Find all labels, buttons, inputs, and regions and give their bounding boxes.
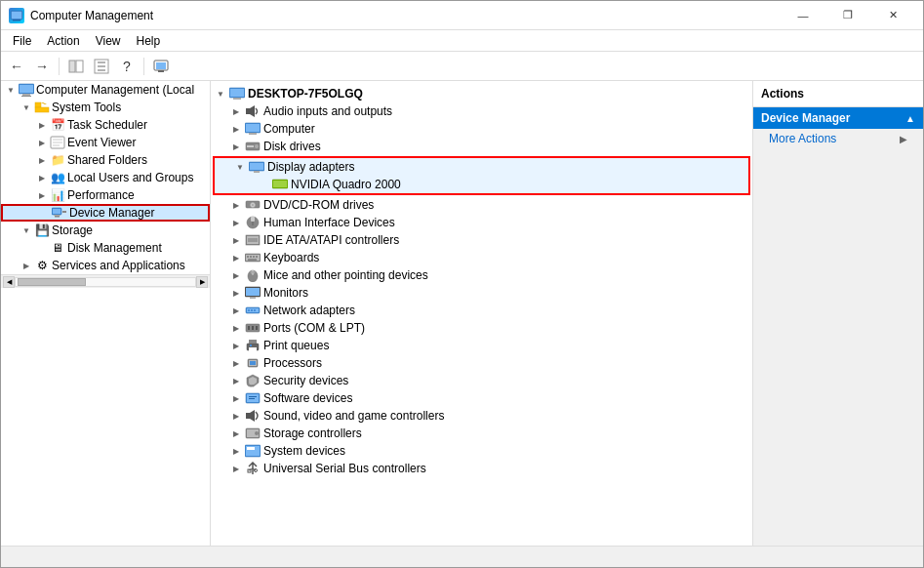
device-print[interactable]: ▶ Print queues	[211, 337, 752, 354]
computer-icon	[19, 82, 34, 98]
tree-device-manager[interactable]: Device Manager	[1, 204, 210, 222]
menu-action[interactable]: Action	[39, 32, 87, 50]
show-hide-button[interactable]	[64, 56, 88, 77]
action-section-header[interactable]: Device Manager ▲	[753, 107, 923, 129]
device-ide[interactable]: ▶ IDE ATA/ATAPI controllers	[211, 231, 752, 249]
svg-rect-93	[247, 447, 255, 450]
svg-rect-59	[248, 259, 257, 261]
scroll-thumb[interactable]	[18, 278, 86, 286]
device-security[interactable]: ▶ Security devices	[211, 372, 752, 389]
tree-performance[interactable]: 📊 Performance	[1, 186, 210, 204]
svg-marker-18	[41, 102, 47, 104]
menu-file[interactable]: File	[5, 32, 39, 50]
svg-rect-56	[250, 256, 252, 258]
scroll-left-btn[interactable]: ◀	[3, 276, 15, 288]
device-system[interactable]: ▶ System devices	[211, 442, 752, 460]
device-display-adapters[interactable]: ▼ Display adapters	[215, 158, 748, 176]
device-processors[interactable]: ▶ Processors	[211, 354, 752, 372]
device-mice[interactable]: ▶ Mice and other pointing devices	[211, 266, 752, 284]
more-actions-item[interactable]: More Actions ▶	[753, 129, 923, 148]
svg-rect-15	[21, 96, 31, 97]
device-software[interactable]: ▶ Software devices	[211, 389, 752, 407]
software-label: Software devices	[263, 391, 352, 405]
keyboards-expand: ▶	[230, 254, 242, 263]
disk-management-label: Disk Management	[67, 241, 162, 255]
device-hid[interactable]: ▶ Human Interface Devices	[211, 214, 752, 231]
svg-rect-11	[158, 70, 164, 72]
tree-local-users[interactable]: 👥 Local Users and Groups	[1, 169, 210, 186]
computer-expand: ▶	[230, 125, 242, 134]
tree-task-scheduler[interactable]: 📅 Task Scheduler	[1, 116, 210, 134]
device-keyboards[interactable]: ▶ Keyboards	[211, 249, 752, 266]
svg-rect-57	[253, 256, 255, 258]
minimize-button[interactable]: —	[781, 1, 825, 30]
svg-rect-35	[249, 133, 257, 135]
device-storage-ctrl[interactable]: ▶ Storage controllers	[211, 425, 752, 442]
device-computer[interactable]: ▶ Computer	[211, 120, 752, 138]
help-button[interactable]: ?	[115, 56, 139, 77]
monitor-button[interactable]	[149, 56, 173, 77]
device-usb[interactable]: ▶ Universal Serial Bus controllers	[211, 460, 752, 477]
network-label: Network adapters	[263, 304, 355, 317]
tree-storage[interactable]: 💾 Storage	[1, 222, 210, 239]
forward-button[interactable]: →	[30, 56, 54, 77]
device-sound[interactable]: ▶ Sound, video and game controllers	[211, 407, 752, 425]
menu-help[interactable]: Help	[129, 32, 169, 50]
hid-expand: ▶	[230, 219, 242, 227]
users-icon: 👥	[50, 170, 65, 185]
desktop-icon	[229, 86, 245, 101]
ports-label: Ports (COM & LPT)	[263, 321, 365, 335]
svg-rect-58	[256, 256, 258, 258]
svg-rect-41	[254, 171, 260, 173]
disk-icon	[245, 139, 261, 154]
svg-rect-26	[54, 215, 60, 216]
svg-rect-48	[251, 217, 255, 222]
device-disk[interactable]: ▶ Disk drives	[211, 138, 752, 155]
svg-rect-30	[233, 98, 241, 100]
device-monitors[interactable]: ▶ Monitors	[211, 284, 752, 302]
left-scrollbar[interactable]: ◀ ▶	[1, 274, 210, 288]
device-audio[interactable]: ▶ Audio inputs and outputs	[211, 102, 752, 120]
tree-event-viewer[interactable]: Event Viewer	[1, 134, 210, 151]
svg-rect-17	[35, 107, 49, 112]
tree-button[interactable]	[90, 56, 113, 77]
tree-services[interactable]: ⚙ Services and Applications	[1, 257, 210, 274]
ide-icon	[245, 232, 261, 248]
monitors-expand: ▶	[230, 289, 242, 298]
svg-rect-85	[249, 398, 255, 399]
storage-ctrl-label: Storage controllers	[263, 426, 362, 440]
keyboard-icon	[245, 250, 261, 265]
toolbar: ← → ?	[1, 52, 923, 81]
device-ports[interactable]: ▶ Ports (COM & LPT)	[211, 319, 752, 337]
display-adapters-label: Display adapters	[267, 160, 354, 174]
root-expand-arrow	[5, 84, 17, 96]
device-network[interactable]: ▶ Network adapters	[211, 302, 752, 319]
dvd-expand: ▶	[230, 201, 242, 210]
event-icon	[50, 135, 65, 150]
device-nvidia[interactable]: NVIDIA Quadro 2000	[215, 176, 748, 193]
tree-shared-folders[interactable]: 📁 Shared Folders	[1, 151, 210, 169]
status-bar	[1, 546, 923, 567]
svg-rect-24	[53, 209, 60, 214]
storage-ctrl-icon	[245, 426, 261, 441]
shared-folders-arrow	[36, 154, 48, 166]
close-button[interactable]: ✕	[870, 1, 915, 30]
menu-view[interactable]: View	[88, 32, 129, 50]
tree-system-tools[interactable]: System Tools	[1, 99, 210, 116]
maximize-button[interactable]: ❐	[825, 1, 870, 30]
device-dvd[interactable]: ▶ DVD/CD-ROM drives	[211, 196, 752, 214]
root-label: Computer Management (Local	[36, 83, 194, 97]
cpu-icon	[245, 355, 261, 371]
back-button[interactable]: ←	[5, 56, 28, 77]
device-root[interactable]: ▼ DESKTOP-7F5OLGQ	[211, 85, 752, 102]
services-label: Services and Applications	[52, 259, 185, 272]
tree-root[interactable]: Computer Management (Local	[1, 81, 210, 99]
svg-rect-2	[12, 12, 21, 19]
window-title: Computer Management	[30, 9, 153, 22]
svg-rect-72	[248, 326, 250, 330]
processors-expand: ▶	[230, 359, 242, 368]
tree-disk-management[interactable]: 🖥 Disk Management	[1, 239, 210, 257]
svg-rect-68	[248, 309, 250, 311]
scroll-right-btn[interactable]: ▶	[196, 276, 208, 288]
scroll-track	[15, 277, 196, 287]
